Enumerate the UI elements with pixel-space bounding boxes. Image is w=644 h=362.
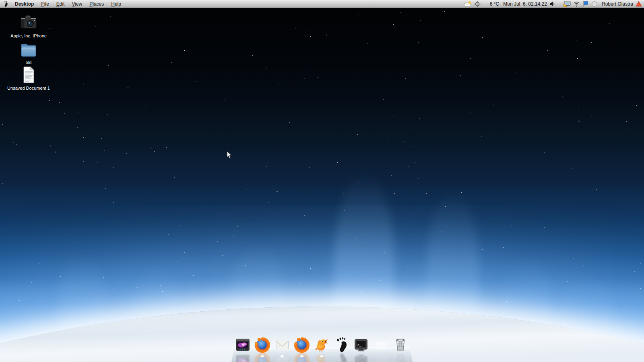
star — [64, 113, 65, 114]
firefox-icon — [293, 336, 310, 353]
dock-firefox-2[interactable] — [293, 335, 311, 353]
star — [137, 287, 138, 288]
star — [547, 50, 548, 51]
star — [154, 151, 155, 152]
star — [389, 286, 390, 287]
star — [245, 265, 246, 266]
star — [441, 331, 442, 331]
star — [184, 252, 185, 253]
running-indicator — [280, 354, 284, 357]
desktop-icon-unsaved-document[interactable]: Unsaved Document 1 — [5, 66, 52, 90]
star — [317, 115, 318, 115]
star — [310, 268, 311, 269]
warning-triangle-icon[interactable] — [636, 0, 642, 8]
dock-bird-messenger[interactable] — [312, 335, 331, 353]
star — [241, 177, 242, 178]
star — [266, 166, 267, 167]
star — [344, 210, 345, 211]
user-menu[interactable]: Robert Glastra — [600, 0, 633, 8]
star — [110, 16, 111, 17]
star — [86, 116, 87, 117]
dock-trash[interactable] — [391, 335, 410, 353]
glass-tray-icon — [372, 336, 389, 353]
star — [591, 42, 592, 43]
star — [64, 167, 65, 168]
blue-flag-icon[interactable] — [582, 0, 589, 8]
dock-mail[interactable] — [273, 335, 291, 353]
star — [591, 117, 592, 117]
gnome-foot-logo-icon[interactable] — [2, 0, 9, 7]
star — [19, 300, 20, 301]
star — [583, 265, 584, 266]
star — [636, 105, 637, 106]
star — [512, 225, 512, 226]
star — [442, 231, 442, 232]
star — [374, 144, 374, 145]
star — [623, 309, 624, 309]
star — [162, 314, 163, 315]
star — [482, 249, 483, 250]
star — [412, 138, 413, 139]
dock-terminal[interactable]: >_ >_ — [352, 335, 370, 353]
star — [394, 116, 394, 117]
location-crosshair-icon[interactable] — [474, 0, 481, 8]
star — [567, 281, 568, 282]
star — [544, 227, 545, 228]
star — [0, 326, 1, 327]
dock-glass-item[interactable] — [372, 335, 390, 353]
star — [197, 320, 198, 321]
display-settings-icon[interactable] — [564, 0, 571, 8]
volume-icon[interactable] — [549, 0, 555, 8]
star — [65, 290, 66, 291]
star — [367, 43, 368, 44]
star — [328, 308, 328, 309]
star — [134, 234, 135, 234]
star — [400, 185, 400, 185]
menu-edit[interactable]: Edit — [53, 0, 68, 8]
media-player-icon — [234, 336, 251, 353]
star — [486, 176, 487, 177]
menu-view[interactable]: View — [68, 0, 86, 8]
star — [171, 62, 172, 63]
star — [351, 327, 352, 327]
star — [151, 148, 151, 148]
menu-desktop[interactable]: Desktop — [11, 0, 37, 8]
star — [162, 291, 163, 292]
star — [426, 193, 427, 194]
star — [304, 215, 305, 216]
star — [177, 261, 178, 261]
menu-help[interactable]: Help — [107, 0, 125, 8]
star — [95, 26, 96, 27]
menu-file[interactable]: File — [37, 0, 52, 8]
star — [83, 161, 84, 162]
star — [59, 102, 60, 103]
star — [299, 283, 300, 284]
star — [56, 64, 57, 65]
menu-places[interactable]: Places — [86, 0, 107, 8]
clock-applet[interactable]: Mon Jul 6, 02:14:22 — [502, 0, 547, 8]
chat-status-icon[interactable] — [591, 0, 598, 8]
wifi-signal-icon[interactable] — [573, 0, 580, 8]
star — [113, 202, 114, 203]
star — [101, 138, 102, 139]
star — [383, 99, 384, 100]
desktop-icon-iphone[interactable]: Apple, Inc. IPhone — [5, 13, 52, 38]
new-mail-icon[interactable] — [464, 0, 472, 8]
star — [44, 135, 45, 136]
star — [359, 183, 360, 183]
star — [357, 134, 358, 135]
dock-media-player[interactable] — [233, 335, 252, 353]
weather-moon-icon[interactable]: 6 °C — [483, 0, 499, 8]
dock-gnome[interactable] — [332, 335, 351, 353]
star — [39, 263, 40, 264]
star — [40, 295, 41, 296]
star — [393, 24, 394, 25]
dock-firefox[interactable] — [253, 335, 272, 353]
star — [314, 194, 314, 195]
star — [294, 33, 295, 33]
desktop-icon-old-folder[interactable]: old — [5, 42, 52, 65]
star — [412, 117, 413, 118]
star — [102, 128, 103, 129]
star — [10, 191, 11, 191]
star — [87, 209, 87, 210]
